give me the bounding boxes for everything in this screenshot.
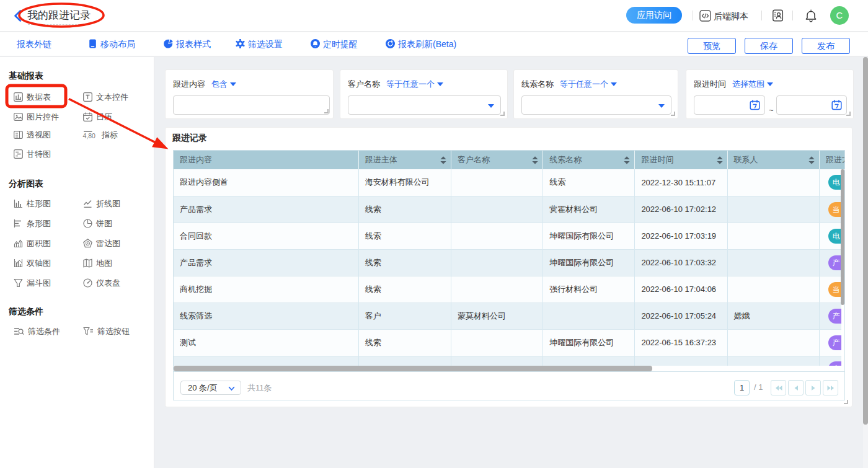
- svg-text:4,80: 4,80: [83, 132, 96, 139]
